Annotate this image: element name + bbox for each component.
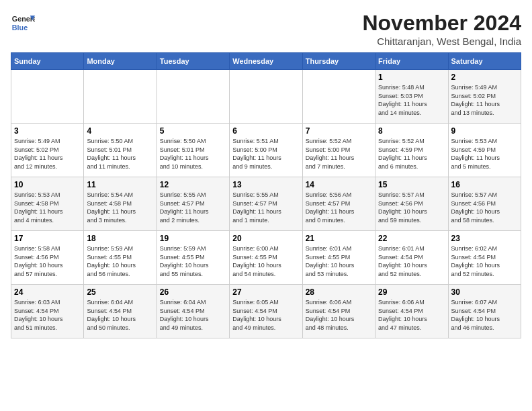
calendar-cell: 1Sunrise: 5:48 AM Sunset: 5:03 PM Daylig… (375, 70, 448, 124)
day-info: Sunrise: 5:50 AM Sunset: 5:01 PM Dayligh… (87, 137, 153, 171)
day-number: 10 (14, 180, 81, 189)
day-info: Sunrise: 5:51 AM Sunset: 5:00 PM Dayligh… (232, 137, 299, 171)
day-info: Sunrise: 5:59 AM Sunset: 4:55 PM Dayligh… (160, 244, 226, 278)
day-header-thursday: Thursday (302, 53, 375, 70)
week-row-4: 17Sunrise: 5:58 AM Sunset: 4:56 PM Dayli… (11, 231, 521, 285)
calendar-cell: 11Sunrise: 5:54 AM Sunset: 4:58 PM Dayli… (84, 177, 157, 231)
day-info: Sunrise: 6:03 AM Sunset: 4:54 PM Dayligh… (14, 298, 81, 332)
day-number: 11 (87, 180, 153, 189)
week-row-5: 24Sunrise: 6:03 AM Sunset: 4:54 PM Dayli… (11, 285, 521, 338)
day-info: Sunrise: 5:59 AM Sunset: 4:55 PM Dayligh… (87, 244, 153, 278)
calendar-cell: 21Sunrise: 6:01 AM Sunset: 4:55 PM Dayli… (302, 231, 375, 285)
calendar-cell: 4Sunrise: 5:50 AM Sunset: 5:01 PM Daylig… (84, 124, 157, 177)
day-number: 25 (87, 287, 153, 297)
calendar-cell: 17Sunrise: 5:58 AM Sunset: 4:56 PM Dayli… (11, 231, 84, 285)
day-number: 23 (451, 234, 518, 243)
calendar-cell: 15Sunrise: 5:57 AM Sunset: 4:56 PM Dayli… (375, 177, 448, 231)
calendar-cell: 19Sunrise: 5:59 AM Sunset: 4:55 PM Dayli… (157, 231, 229, 285)
day-number: 24 (14, 287, 81, 297)
day-number: 2 (451, 73, 518, 82)
day-info: Sunrise: 5:57 AM Sunset: 4:56 PM Dayligh… (451, 191, 518, 224)
day-info: Sunrise: 6:01 AM Sunset: 4:54 PM Dayligh… (378, 244, 445, 278)
header: General Blue November 2024 Chittaranjan,… (11, 11, 521, 47)
calendar-cell (84, 70, 157, 124)
day-number: 22 (378, 234, 445, 243)
day-number: 5 (160, 126, 226, 136)
day-number: 3 (14, 126, 81, 136)
day-info: Sunrise: 5:49 AM Sunset: 5:02 PM Dayligh… (14, 137, 81, 171)
day-number: 29 (378, 287, 445, 297)
day-info: Sunrise: 6:01 AM Sunset: 4:55 PM Dayligh… (306, 244, 372, 278)
logo: General Blue (11, 11, 35, 35)
day-number: 15 (378, 180, 445, 189)
calendar-cell: 3Sunrise: 5:49 AM Sunset: 5:02 PM Daylig… (11, 124, 84, 177)
day-number: 30 (451, 287, 518, 297)
day-header-sunday: Sunday (11, 53, 84, 70)
day-info: Sunrise: 5:50 AM Sunset: 5:01 PM Dayligh… (160, 137, 226, 171)
calendar-body: 1Sunrise: 5:48 AM Sunset: 5:03 PM Daylig… (11, 70, 521, 338)
day-info: Sunrise: 5:56 AM Sunset: 4:57 PM Dayligh… (306, 191, 372, 224)
calendar-cell (157, 70, 229, 124)
day-number: 8 (378, 126, 445, 136)
calendar-cell: 27Sunrise: 6:05 AM Sunset: 4:54 PM Dayli… (230, 285, 302, 338)
calendar-cell: 5Sunrise: 5:50 AM Sunset: 5:01 PM Daylig… (157, 124, 229, 177)
day-number: 7 (306, 126, 372, 136)
calendar-table: SundayMondayTuesdayWednesdayThursdayFrid… (11, 52, 521, 338)
day-header-wednesday: Wednesday (230, 53, 302, 70)
day-info: Sunrise: 5:49 AM Sunset: 5:02 PM Dayligh… (451, 83, 518, 117)
day-info: Sunrise: 5:48 AM Sunset: 5:03 PM Dayligh… (378, 83, 445, 117)
day-number: 14 (306, 180, 372, 189)
day-info: Sunrise: 6:07 AM Sunset: 4:54 PM Dayligh… (451, 298, 518, 332)
day-info: Sunrise: 5:53 AM Sunset: 4:58 PM Dayligh… (14, 191, 81, 224)
calendar-cell: 28Sunrise: 6:06 AM Sunset: 4:54 PM Dayli… (302, 285, 375, 338)
calendar-cell (302, 70, 375, 124)
calendar-cell: 24Sunrise: 6:03 AM Sunset: 4:54 PM Dayli… (11, 285, 84, 338)
day-info: Sunrise: 6:00 AM Sunset: 4:55 PM Dayligh… (232, 244, 299, 278)
calendar-cell (11, 70, 84, 124)
calendar-cell: 26Sunrise: 6:04 AM Sunset: 4:54 PM Dayli… (157, 285, 229, 338)
day-number: 27 (232, 287, 299, 297)
location-title: Chittaranjan, West Bengal, India (362, 36, 521, 47)
calendar-cell: 13Sunrise: 5:55 AM Sunset: 4:57 PM Dayli… (230, 177, 302, 231)
title-area: November 2024 Chittaranjan, West Bengal,… (362, 11, 521, 47)
day-info: Sunrise: 5:52 AM Sunset: 5:00 PM Dayligh… (306, 137, 372, 171)
day-number: 18 (87, 234, 153, 243)
day-info: Sunrise: 6:06 AM Sunset: 4:54 PM Dayligh… (306, 298, 372, 332)
calendar-cell: 22Sunrise: 6:01 AM Sunset: 4:54 PM Dayli… (375, 231, 448, 285)
day-info: Sunrise: 5:52 AM Sunset: 4:59 PM Dayligh… (378, 137, 445, 171)
calendar-cell: 12Sunrise: 5:55 AM Sunset: 4:57 PM Dayli… (157, 177, 229, 231)
calendar-cell: 23Sunrise: 6:02 AM Sunset: 4:54 PM Dayli… (448, 231, 521, 285)
day-info: Sunrise: 5:55 AM Sunset: 4:57 PM Dayligh… (232, 191, 299, 224)
day-info: Sunrise: 5:54 AM Sunset: 4:58 PM Dayligh… (87, 191, 153, 224)
calendar-cell: 9Sunrise: 5:53 AM Sunset: 4:59 PM Daylig… (448, 124, 521, 177)
svg-text:Blue: Blue (12, 24, 28, 32)
calendar-cell: 6Sunrise: 5:51 AM Sunset: 5:00 PM Daylig… (230, 124, 302, 177)
calendar-cell: 10Sunrise: 5:53 AM Sunset: 4:58 PM Dayli… (11, 177, 84, 231)
day-number: 4 (87, 126, 153, 136)
day-info: Sunrise: 5:57 AM Sunset: 4:56 PM Dayligh… (378, 191, 445, 224)
day-header-friday: Friday (375, 53, 448, 70)
day-info: Sunrise: 5:53 AM Sunset: 4:59 PM Dayligh… (451, 137, 518, 171)
calendar-cell: 29Sunrise: 6:06 AM Sunset: 4:54 PM Dayli… (375, 285, 448, 338)
calendar-cell: 30Sunrise: 6:07 AM Sunset: 4:54 PM Dayli… (448, 285, 521, 338)
calendar-cell: 2Sunrise: 5:49 AM Sunset: 5:02 PM Daylig… (448, 70, 521, 124)
calendar-cell: 14Sunrise: 5:56 AM Sunset: 4:57 PM Dayli… (302, 177, 375, 231)
calendar-header-row: SundayMondayTuesdayWednesdayThursdayFrid… (11, 53, 521, 70)
day-header-tuesday: Tuesday (157, 53, 229, 70)
calendar-cell: 16Sunrise: 5:57 AM Sunset: 4:56 PM Dayli… (448, 177, 521, 231)
day-number: 19 (160, 234, 226, 243)
day-header-monday: Monday (84, 53, 157, 70)
day-number: 21 (306, 234, 372, 243)
day-number: 1 (378, 73, 445, 82)
calendar-cell: 25Sunrise: 6:04 AM Sunset: 4:54 PM Dayli… (84, 285, 157, 338)
day-number: 12 (160, 180, 226, 189)
day-info: Sunrise: 5:55 AM Sunset: 4:57 PM Dayligh… (160, 191, 226, 224)
week-row-2: 3Sunrise: 5:49 AM Sunset: 5:02 PM Daylig… (11, 124, 521, 177)
day-number: 28 (306, 287, 372, 297)
calendar-cell (230, 70, 302, 124)
day-info: Sunrise: 5:58 AM Sunset: 4:56 PM Dayligh… (14, 244, 81, 278)
day-info: Sunrise: 6:02 AM Sunset: 4:54 PM Dayligh… (451, 244, 518, 278)
day-info: Sunrise: 6:06 AM Sunset: 4:54 PM Dayligh… (378, 298, 445, 332)
month-title: November 2024 (362, 11, 521, 36)
day-number: 13 (232, 180, 299, 189)
